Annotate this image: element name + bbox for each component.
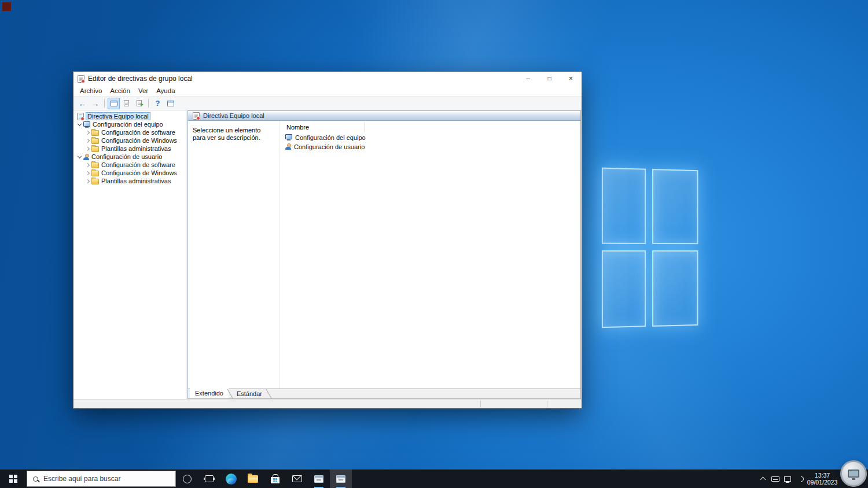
network-button[interactable] bbox=[781, 469, 793, 488]
window-body: Directiva Equipo local Configuración del… bbox=[73, 110, 582, 399]
file-explorer-button[interactable] bbox=[242, 469, 264, 488]
chevron-collapsed-icon[interactable] bbox=[86, 138, 90, 142]
show-action-pane-button[interactable] bbox=[164, 98, 176, 109]
chevron-collapsed-icon[interactable] bbox=[86, 162, 90, 167]
file-explorer-icon bbox=[248, 475, 258, 483]
wallpaper-logo-pane bbox=[652, 169, 698, 244]
toolbar: ← → ? bbox=[73, 97, 582, 110]
forward-arrow-icon: → bbox=[91, 99, 100, 108]
taskbar: 13:37 09/01/2023 bbox=[0, 469, 868, 488]
volume-button[interactable] bbox=[793, 469, 806, 488]
chevron-expanded-icon[interactable] bbox=[78, 154, 82, 158]
statusbar-divider bbox=[547, 401, 547, 408]
edge-button[interactable] bbox=[220, 469, 242, 488]
tree-item-computer-admin-templates[interactable]: Plantillas administrativas bbox=[73, 145, 186, 153]
cortana-button[interactable] bbox=[176, 469, 198, 488]
search-input[interactable] bbox=[43, 475, 170, 483]
items-list: Nombre Configuración del equipo Configur… bbox=[279, 121, 580, 389]
tree-item-computer-windows[interactable]: Configuración de Windows bbox=[73, 136, 186, 145]
minimize-button[interactable]: – bbox=[517, 72, 539, 86]
tree-item-user-admin-templates[interactable]: Plantillas administrativas bbox=[73, 177, 186, 185]
chevron-collapsed-icon[interactable] bbox=[86, 130, 90, 134]
title-bar[interactable]: Editor de directivas de grupo local – □ … bbox=[73, 72, 582, 86]
chevron-collapsed-icon[interactable] bbox=[86, 146, 90, 150]
details-content: Seleccione un elemento para ver su descr… bbox=[188, 121, 580, 389]
close-icon: × bbox=[569, 76, 573, 82]
store-button[interactable] bbox=[264, 469, 286, 488]
tree-item-root[interactable]: Directiva Equipo local bbox=[73, 112, 186, 120]
tree-item-computer-config[interactable]: Configuración del equipo bbox=[73, 120, 186, 128]
view-tabs: Extendido Estándar bbox=[188, 389, 580, 398]
taskbar-clock[interactable]: 13:37 09/01/2023 bbox=[806, 472, 839, 486]
start-button[interactable] bbox=[0, 469, 27, 488]
tree-item-user-windows[interactable]: Configuración de Windows bbox=[73, 169, 186, 177]
folder-icon bbox=[91, 146, 99, 152]
task-view-icon bbox=[205, 475, 214, 482]
tab-extendido[interactable]: Extendido bbox=[190, 389, 229, 398]
windows-logo-icon bbox=[9, 475, 18, 483]
folder-icon bbox=[91, 162, 99, 168]
chevron-expanded-icon[interactable] bbox=[78, 121, 82, 125]
clock-time: 13:37 bbox=[806, 472, 839, 479]
column-header-nombre[interactable]: Nombre bbox=[284, 122, 365, 132]
chevron-collapsed-icon[interactable] bbox=[86, 179, 90, 183]
list-item-computer-config[interactable]: Configuración del equipo bbox=[284, 133, 580, 142]
menu-accion[interactable]: Acción bbox=[106, 86, 134, 96]
details-header: Directiva Equipo local bbox=[188, 111, 580, 121]
search-icon bbox=[33, 476, 38, 482]
corner-artifact bbox=[2, 2, 11, 11]
maximize-button[interactable]: □ bbox=[539, 72, 560, 86]
maximize-icon: □ bbox=[547, 76, 551, 82]
toolbar-separator bbox=[104, 99, 105, 108]
wallpaper-logo-pane bbox=[602, 168, 646, 244]
edge-icon bbox=[226, 474, 237, 485]
folder-icon bbox=[91, 130, 99, 136]
chevron-collapsed-icon[interactable] bbox=[86, 171, 90, 175]
touch-keyboard-button[interactable] bbox=[769, 469, 781, 488]
app-window-button[interactable] bbox=[308, 469, 330, 488]
console-window-icon bbox=[336, 475, 345, 483]
list-item-user-config[interactable]: Configuración de usuario bbox=[284, 142, 580, 151]
task-view-button[interactable] bbox=[198, 469, 220, 488]
taskbar-search[interactable] bbox=[27, 471, 176, 487]
hidden-icons-button[interactable] bbox=[757, 469, 769, 488]
back-arrow-icon: ← bbox=[79, 99, 87, 108]
clock-date: 09/01/2023 bbox=[806, 479, 839, 486]
gpedit-taskbar-button[interactable] bbox=[330, 469, 352, 488]
forward-button[interactable]: → bbox=[89, 98, 101, 109]
monitor-icon bbox=[848, 469, 859, 478]
export-list-button[interactable] bbox=[133, 98, 145, 109]
export-list-icon bbox=[137, 100, 142, 106]
help-button[interactable]: ? bbox=[152, 98, 164, 109]
menu-ver[interactable]: Ver bbox=[134, 86, 152, 96]
show-console-tree-button[interactable] bbox=[108, 98, 120, 109]
details-pane: Directiva Equipo local Seleccione un ele… bbox=[187, 110, 581, 399]
user-icon bbox=[83, 154, 89, 160]
properties-icon bbox=[124, 100, 129, 106]
console-window-icon bbox=[314, 475, 323, 483]
tree-item-computer-software[interactable]: Configuración de software bbox=[73, 128, 186, 136]
help-icon: ? bbox=[156, 99, 160, 108]
mail-icon bbox=[292, 475, 302, 482]
properties-button[interactable] bbox=[120, 98, 133, 109]
tab-estandar[interactable]: Estándar bbox=[231, 389, 267, 398]
desktop: Editor de directivas de grupo local – □ … bbox=[0, 0, 868, 488]
tree-item-user-software[interactable]: Configuración de software bbox=[73, 161, 186, 169]
close-button[interactable]: × bbox=[560, 72, 582, 86]
console-root-icon bbox=[77, 113, 84, 120]
window-title: Editor de directivas de grupo local bbox=[88, 75, 193, 83]
gpedit-window: Editor de directivas de grupo local – □ … bbox=[73, 71, 582, 409]
mail-button[interactable] bbox=[286, 469, 308, 488]
network-icon bbox=[784, 476, 791, 482]
touch-keyboard-icon bbox=[771, 476, 779, 482]
console-tree-pane: Directiva Equipo local Configuración del… bbox=[73, 110, 186, 399]
user-icon bbox=[285, 143, 291, 150]
menu-ayuda[interactable]: Ayuda bbox=[152, 86, 179, 96]
details-header-title: Directiva Equipo local bbox=[203, 112, 264, 119]
tree-root-label: Directiva Equipo local bbox=[86, 113, 150, 120]
tree-item-user-config[interactable]: Configuración de usuario bbox=[73, 153, 186, 161]
status-bar bbox=[73, 399, 582, 408]
back-button[interactable]: ← bbox=[76, 98, 89, 109]
folder-icon bbox=[91, 171, 99, 176]
menu-archivo[interactable]: Archivo bbox=[76, 86, 106, 96]
